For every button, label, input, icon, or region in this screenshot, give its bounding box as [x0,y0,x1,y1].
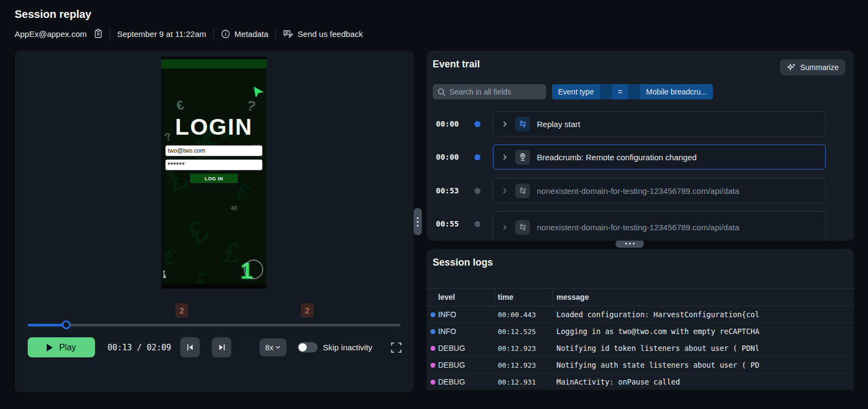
panel-resize-handle-vertical[interactable] [414,208,422,235]
login-title: LOGIN [161,114,267,140]
login-button[interactable]: LOG IN [190,174,238,183]
event-card-network-request[interactable]: nonexistent-domain-for-testing-123456789… [493,211,826,241]
event-row: 00:55 nonexistent-domain-for-testing-123… [427,211,854,236]
log-level: DEBUG [427,357,495,373]
column-header-time[interactable]: time [495,288,553,306]
column-header-level[interactable]: level [427,288,495,306]
divider [600,84,612,99]
log-level-dot [430,346,435,351]
column-header-message[interactable]: message [553,288,854,306]
signup-link[interactable]: Don't have a account? | SIGNUP [161,197,267,203]
timeline-thumb[interactable] [62,320,71,329]
sparkle-icon [787,63,796,72]
log-level-dot [430,363,435,368]
event-card-network-request[interactable]: nonexistent-domain-for-testing-123456789… [493,178,826,203]
network-swap-icon [515,220,530,235]
play-button[interactable]: Play [28,337,95,357]
password-field[interactable]: ****** [165,159,263,171]
log-level-dot [430,312,435,317]
chevron-right-icon[interactable] [501,121,508,128]
chevron-right-icon[interactable] [501,154,508,161]
chevron-down-icon [275,345,281,349]
network-swap-icon [515,184,530,198]
log-time: 00:12.931 [495,374,553,390]
log-row[interactable]: DEBUG 00:12.931 MainActivity: onPause ca… [427,374,854,390]
feedback-label: Send us feedback [297,29,363,39]
filter-value: Mobile breadcru... [640,87,713,96]
email-field[interactable]: two@two.com [165,145,263,156]
replay-video-viewport[interactable]: ₤£€£€££?12€?401➤ LOGIN two@two.com *****… [161,56,267,288]
log-message: Notifying id token listeners about user … [553,340,854,356]
timeline-event-badge[interactable]: 2 [175,303,188,318]
search-placeholder: Search in all fields [449,87,511,96]
event-dot [474,188,480,194]
event-label: Breadcrumb: Remote configuration changed [537,153,696,162]
event-card-replay-start[interactable]: Replay start [493,111,826,136]
skip-forward-icon [218,343,226,351]
metadata-label: Metadata [235,29,269,39]
speed-value: 8x [265,343,274,352]
page-title: Session replay [15,8,91,21]
log-row[interactable]: DEBUG 00:12.923 Notifying auth state lis… [427,357,854,374]
event-dot [474,121,480,127]
log-time: 00:12.923 [495,357,553,373]
chevron-right-icon[interactable] [501,187,508,194]
search-icon [438,88,446,96]
replay-swap-icon [515,117,530,131]
skip-back-button[interactable] [180,337,200,357]
log-message: Loaded configuration: HarvestConfigurati… [553,306,854,323]
cursor-icon [163,270,168,278]
phone-bottom-bar [161,285,267,288]
log-time: 00:12.525 [495,323,553,339]
breadcrumb-pin-icon [515,150,530,165]
log-level-dot [430,380,435,385]
divider [213,28,214,40]
replay-player-panel: ₤£€£€££?12€?401➤ LOGIN two@two.com *****… [15,51,414,392]
log-time: 00:12.923 [495,340,553,356]
playback-speed-button[interactable]: 8x [259,338,287,356]
fullscreen-button[interactable] [390,341,403,354]
log-row[interactable]: INFO 00:00.443 Loaded configuration: Har… [427,306,854,323]
log-row[interactable]: INFO 00:12.525 Logging in as two@two.com… [427,323,854,340]
divider [275,28,276,40]
skip-inactivity-toggle[interactable] [297,342,318,353]
timeline-event-badge[interactable]: 2 [301,303,314,318]
timeline-scrubber[interactable] [28,324,401,326]
search-input[interactable]: Search in all fields [433,84,546,99]
log-row[interactable]: DEBUG 00:12.923 Notifying id token liste… [427,340,854,357]
session-logs-table: level time message INFO 00:00.443 Loaded… [427,288,854,390]
session-replay-page: Session replay AppEx@appex.com September… [0,0,868,409]
skip-forward-button[interactable] [212,337,231,357]
chevron-right-icon[interactable] [501,224,508,231]
event-label: Replay start [537,119,580,129]
panel-resize-handle-horizontal[interactable] [616,240,644,248]
forgot-password-link[interactable]: Forgot password? [161,187,267,193]
log-time: 00:00.443 [495,306,553,323]
log-message: Logging in as two@two.com with empty reC… [553,323,854,339]
event-row: 00:00 Replay start [427,111,854,136]
summarize-button[interactable]: Summarize [780,59,845,75]
metadata-button[interactable]: Metadata [221,29,269,39]
player-controls: Play 00:13 / 02:09 8x Skip inactivity [15,337,414,357]
divider [628,84,640,99]
copy-clipboard-icon[interactable] [94,29,103,39]
event-card-breadcrumb[interactable]: Breadcrumb: Remote configuration changed [493,144,826,169]
event-label: nonexistent-domain-for-testing-123456789… [537,186,739,196]
log-level: DEBUG [427,340,495,356]
event-time: 00:00 [436,111,459,136]
event-type-filter-chip[interactable]: Event type = Mobile breadcru... [552,84,713,99]
skip-inactivity-label: Skip inactivity [323,337,372,357]
replay-date: September 9 at 11:22am [117,29,206,39]
log-level: INFO [427,306,495,323]
log-message: Notifying auth state listeners about use… [553,357,854,373]
event-row: 00:53 nonexistent-domain-for-testing-123… [427,178,854,203]
skip-back-icon [186,343,194,351]
touch-indicator [244,260,263,279]
logs-header-row: level time message [427,288,854,306]
feedback-icon [283,29,293,39]
play-label: Play [59,343,76,353]
feedback-button[interactable]: Send us feedback [283,29,363,39]
filter-key: Event type [552,87,600,96]
subheader: AppEx@appex.com September 9 at 11:22am M… [15,27,363,41]
play-icon [47,344,53,351]
